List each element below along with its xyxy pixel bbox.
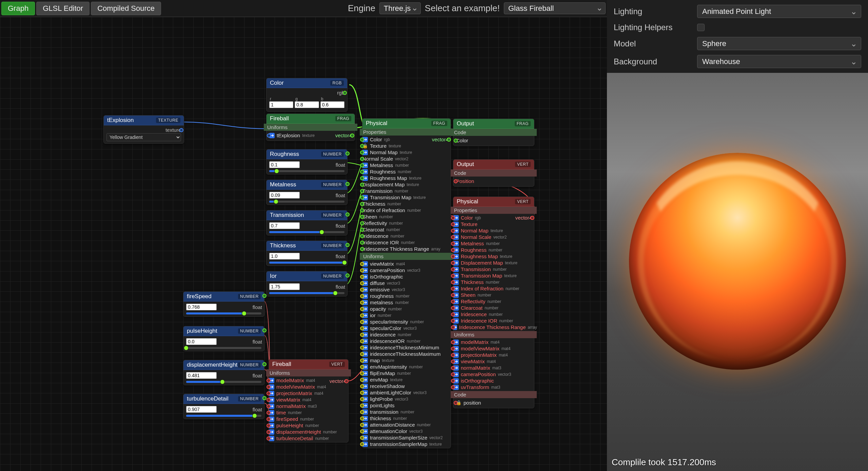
port-in[interactable] — [360, 208, 364, 212]
engine-select[interactable]: Three.js — [379, 2, 421, 14]
port-in[interactable] — [451, 319, 455, 323]
property-row[interactable]: ➜Color rgb — [453, 214, 534, 221]
port-out[interactable] — [262, 328, 267, 332]
property-row[interactable]: Reflectivity number — [362, 220, 451, 226]
port-in[interactable] — [451, 379, 455, 383]
node-color[interactable]: ColorRGB rgb r g b — [266, 78, 348, 112]
port-in[interactable] — [360, 301, 364, 305]
property-row[interactable]: ➜Roughness number — [362, 168, 451, 175]
port-out[interactable] — [346, 273, 350, 278]
tab-compiled-source[interactable]: Compiled Source — [91, 2, 161, 15]
property-row[interactable]: ➜opacity number — [362, 306, 451, 312]
number-slider[interactable] — [186, 312, 261, 314]
port-in[interactable] — [360, 397, 364, 401]
port-in[interactable] — [267, 391, 271, 395]
property-row[interactable]: ➜lightProbe vector3 — [362, 396, 451, 402]
property-row[interactable]: Normal Scale vector2 — [362, 156, 451, 162]
lighting-helpers-checkbox[interactable] — [697, 24, 705, 31]
port-in[interactable] — [360, 333, 364, 337]
property-row[interactable]: ➜displacementHeight number — [269, 429, 348, 435]
lighting-select[interactable]: Animated Point Light — [697, 5, 861, 18]
port-in[interactable] — [451, 325, 455, 329]
property-row[interactable]: ➜transmissionSamplerSize vector2 — [362, 434, 451, 441]
property-row[interactable]: ➜attenuationColor vector3 — [362, 428, 451, 434]
port-out[interactable] — [343, 91, 347, 95]
port-in[interactable] — [360, 281, 364, 285]
port-in[interactable] — [360, 138, 364, 142]
port-in[interactable] — [451, 287, 455, 291]
property-row[interactable]: ➜time number — [269, 409, 348, 416]
property-row[interactable]: ➜viewMatrix mat4 — [362, 261, 451, 267]
port-out[interactable] — [179, 128, 183, 132]
property-row[interactable]: ➜Roughness Map texture — [453, 253, 534, 260]
number-input[interactable] — [269, 253, 300, 260]
port-in[interactable] — [451, 242, 455, 246]
port-in[interactable] — [360, 404, 364, 408]
port-in[interactable] — [267, 411, 271, 415]
property-row[interactable]: ➜metalness number — [362, 299, 451, 306]
number-input[interactable] — [269, 161, 300, 168]
node-texplosion[interactable]: tExplosionTEXTURE texture Yellow Gradien… — [103, 115, 184, 144]
port-in[interactable] — [451, 385, 455, 389]
port-in[interactable] — [451, 347, 455, 351]
port-in[interactable] — [360, 228, 364, 232]
port-out[interactable] — [346, 212, 350, 217]
property-row[interactable]: ➜envMapIntensity number — [362, 364, 451, 370]
port-out[interactable] — [346, 182, 350, 186]
port-in[interactable] — [451, 216, 455, 220]
port-in[interactable] — [360, 442, 364, 446]
property-row[interactable]: ➜ior number — [362, 312, 451, 319]
port-in[interactable] — [267, 398, 271, 402]
node-ior[interactable]: IorNUMBER float — [266, 271, 348, 296]
port-in[interactable] — [360, 416, 364, 421]
node-pulseHeight[interactable]: pulseHeightNUMBER float — [183, 326, 264, 351]
port-in[interactable] — [267, 424, 271, 428]
property-row[interactable]: ➜envMap texture — [362, 376, 451, 383]
port-in[interactable] — [360, 202, 364, 206]
property-row[interactable]: Displacement Map texture — [362, 181, 451, 188]
property-row[interactable]: ➜iridescenceThicknessMaximum — [362, 351, 451, 357]
number-input[interactable] — [269, 222, 300, 229]
property-row[interactable]: Iridescence IOR number — [362, 239, 451, 246]
port-in[interactable] — [360, 436, 364, 440]
port-in[interactable] — [360, 326, 364, 330]
property-row[interactable]: ➜Transmission Map texture — [362, 194, 451, 201]
port-in[interactable] — [267, 417, 271, 421]
node-metalness[interactable]: MetalnessNUMBER float — [266, 180, 348, 205]
property-row[interactable]: Transmission number — [362, 188, 451, 194]
property-row[interactable]: Thickness number — [362, 201, 451, 207]
property-row[interactable]: ➜normalMatrix mat3 — [453, 365, 534, 371]
channel-b-input[interactable] — [320, 101, 344, 108]
number-input[interactable] — [186, 372, 217, 379]
property-row[interactable]: ➜Metalness number — [362, 162, 451, 168]
property-row[interactable]: ➜transmission number — [362, 409, 451, 415]
port-in[interactable] — [451, 280, 455, 284]
property-row[interactable]: Iridescence number — [362, 233, 451, 239]
port-in[interactable] — [360, 183, 364, 187]
port-in[interactable] — [451, 360, 455, 364]
port-in[interactable] — [267, 378, 271, 383]
texture-dropdown[interactable]: Yellow Gradient — [106, 133, 181, 141]
port-in[interactable] — [360, 275, 364, 279]
property-row[interactable]: ➜modelViewMatrix mat4 — [269, 384, 348, 390]
port-in[interactable] — [360, 346, 364, 350]
port-in[interactable] — [360, 339, 364, 343]
property-row[interactable]: ➜fireSpeed number — [269, 416, 348, 422]
port-in[interactable] — [360, 378, 364, 382]
port-in[interactable] — [360, 307, 364, 311]
port-in[interactable] — [451, 248, 455, 252]
port-in[interactable] — [454, 401, 458, 405]
port-in[interactable] — [267, 430, 271, 434]
property-row[interactable]: ➜attenuationDistance number — [362, 422, 451, 428]
port-in[interactable] — [360, 371, 364, 375]
number-slider[interactable] — [186, 347, 261, 349]
port-in[interactable] — [451, 293, 455, 297]
port-in[interactable] — [360, 288, 364, 292]
port-out[interactable] — [262, 362, 267, 366]
port-in[interactable] — [360, 294, 364, 298]
property-row[interactable]: ➜turbulenceDetail number — [269, 435, 348, 442]
port-in[interactable] — [360, 410, 364, 414]
property-row[interactable]: ➜iridescenceThicknessMinimum — [362, 344, 451, 351]
property-row[interactable]: ➜Index of Refraction number — [453, 285, 534, 292]
property-row[interactable]: ➜Iridescence number — [453, 311, 534, 318]
